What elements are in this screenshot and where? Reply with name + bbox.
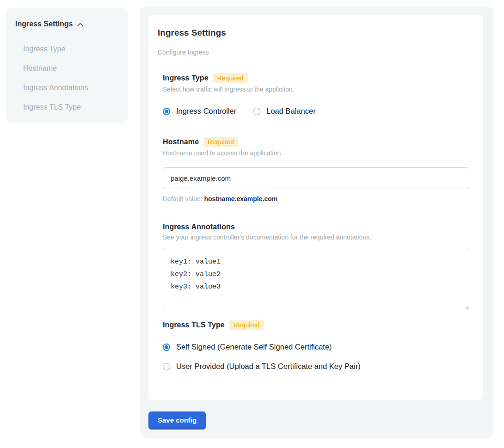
radio-icon[interactable] [163,363,170,370]
sidebar-group-ingress-settings[interactable]: Ingress Settings [15,20,119,28]
radio-option-load-balancer[interactable]: Load Balancer [253,107,315,116]
save-config-button[interactable]: Save config [148,411,206,430]
radio-option-self-signed[interactable]: Self Signed (Generate Self Signed Certif… [163,343,469,351]
ingress-settings-card: Ingress Settings Configure Ingress Ingre… [148,15,483,400]
radio-icon[interactable] [163,108,170,115]
section-ingress-type: Ingress Type Required Select how traffic… [163,73,469,116]
sidebar-group-label: Ingress Settings [15,20,73,28]
default-value-text: hostname.example.com [204,195,278,203]
hostname-label: Hostname [163,138,199,146]
sidebar-item-ingress-type[interactable]: Ingress Type [23,39,119,59]
radio-label: Load Balancer [266,107,315,116]
radio-label: Ingress Controller [176,107,236,116]
radio-label: Self Signed (Generate Self Signed Certif… [176,343,332,351]
page-subtitle: Configure Ingress [158,49,474,56]
radio-icon[interactable] [253,108,260,115]
ingress-type-description: Select how traffic will ingress to the a… [163,86,469,93]
required-badge: Required [229,320,264,330]
radio-icon[interactable] [163,344,170,351]
settings-panel: Ingress Settings Configure Ingress Ingre… [140,6,493,438]
sidebar-item-ingress-annotations[interactable]: Ingress Annotations [23,78,119,98]
ingress-annotations-label: Ingress Annotations [163,223,235,231]
hostname-input[interactable] [163,167,469,189]
section-ingress-tls-type: Ingress TLS Type Required Self Signed (G… [163,320,469,371]
radio-option-ingress-controller[interactable]: Ingress Controller [163,107,236,116]
ingress-annotations-textarea[interactable]: key1: value1 key2: value2 key3: value3 [163,248,469,310]
radio-option-user-provided[interactable]: User Provided (Upload a TLS Certificate … [163,362,469,371]
radio-label: User Provided (Upload a TLS Certificate … [176,362,361,371]
section-ingress-annotations: Ingress Annotations See your ingress con… [163,223,469,310]
settings-sidebar: Ingress Settings Ingress Type Hostname I… [6,8,128,123]
section-hostname: Hostname Required Hostname used to acces… [163,137,469,203]
ingress-tls-type-label: Ingress TLS Type [163,321,225,329]
sidebar-item-ingress-tls-type[interactable]: Ingress TLS Type [23,98,119,117]
sidebar-item-list: Ingress Type Hostname Ingress Annotation… [23,39,119,117]
hostname-default-value: Default value: hostname.example.com [163,195,469,203]
ingress-annotations-description: See your ingress controller's documentat… [163,233,469,241]
required-badge: Required [203,137,238,147]
ingress-type-label: Ingress Type [163,74,209,82]
ingress-tls-radio-group: Self Signed (Generate Self Signed Certif… [163,343,469,371]
sidebar-item-hostname[interactable]: Hostname [23,59,119,78]
chevron-up-icon [76,21,84,27]
required-badge: Required [213,73,248,83]
default-value-label: Default value: [163,195,203,203]
hostname-description: Hostname used to access the application. [163,149,469,157]
page-title: Ingress Settings [158,28,474,38]
ingress-type-radio-group: Ingress Controller Load Balancer [163,107,469,116]
